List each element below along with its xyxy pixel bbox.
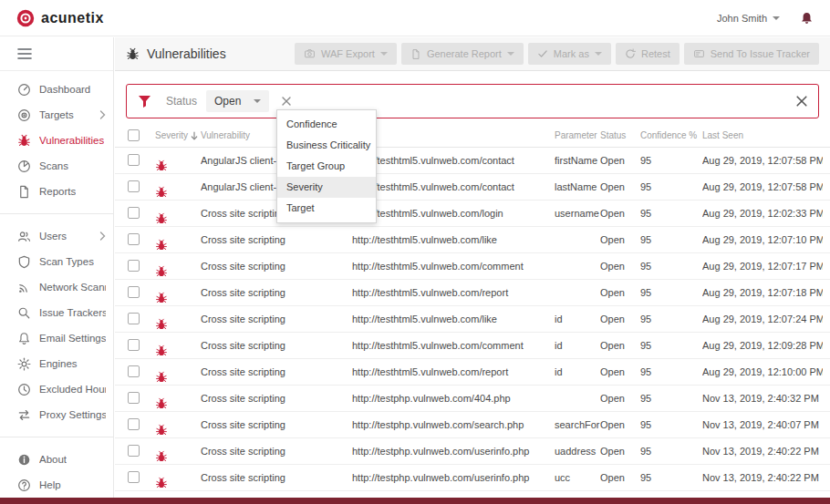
vulnerability-name[interactable]: Cross site scripting [201,472,352,483]
sidebar-item-help[interactable]: Help [0,472,113,498]
dropdown-item-severity[interactable]: Severity [277,177,376,198]
table-row[interactable]: Cross site scripting http://testphp.vuln… [115,438,830,465]
top-bar: acunetix John Smith [0,0,830,36]
column-header-last-seen[interactable]: Last Seen [702,130,823,140]
vulnerability-name[interactable]: Cross site scripting [201,340,352,351]
check-icon [537,48,548,59]
table-row[interactable]: Cross site scripting http://testhtml5.vu… [115,253,830,280]
sidebar-item-users[interactable]: Users [0,223,113,249]
sidebar-item-targets[interactable]: Targets [0,102,113,128]
main-content: Vulnerabilities WAF Export Generate Re [115,37,830,498]
row-checkbox[interactable] [128,418,140,430]
row-checkbox[interactable] [128,445,140,457]
row-checkbox[interactable] [128,286,140,298]
row-checkbox[interactable] [128,207,140,219]
vuln-table-body: AngularJS client-side template injection… [115,148,830,491]
vulnerability-confidence: 95 [640,287,702,298]
table-row[interactable]: Cross site scripting http://testhtml5.vu… [115,280,830,306]
user-menu[interactable]: John Smith [717,13,780,24]
column-header-status[interactable]: Status [600,130,640,140]
generate-report-button[interactable]: Generate Report [401,43,524,65]
table-row[interactable]: Cross site scripting http://testphp.vuln… [115,412,830,438]
sidebar-divider [0,213,113,214]
vulnerability-name[interactable]: Cross site scripting [201,234,352,245]
table-row[interactable]: AngularJS client-side template injection… [115,148,830,174]
vulnerability-name[interactable]: Cross site scripting [201,446,352,457]
vulnerability-last-seen: Aug 29, 2019, 12:07:10 PM [702,234,823,245]
table-row[interactable]: Cross site scripting http://testhtml5.vu… [115,227,830,253]
row-checkbox[interactable] [128,471,140,483]
clear-all-filters-icon[interactable] [796,96,807,107]
waf-export-button[interactable]: WAF Export [295,43,397,65]
send-to-issue-tracker-button[interactable]: Send To Issue Tracker [684,43,819,65]
row-checkbox[interactable] [128,365,140,377]
table-row[interactable]: Cross site scripting http://testhtml5.vu… [115,201,830,227]
vulnerability-last-seen: Nov 13, 2019, 2:40:07 PM [702,419,823,430]
select-all-checkbox[interactable] [128,129,140,141]
table-row[interactable]: Cross site scripting http://testhtml5.vu… [115,306,830,333]
notifications-bell-icon[interactable] [800,11,814,26]
vulnerability-name[interactable]: Cross site scripting [201,393,352,404]
row-checkbox[interactable] [128,260,140,272]
row-checkbox[interactable] [128,339,140,351]
vulnerability-url: http://testhtml5.vulnweb.com/report [352,366,555,377]
sidebar-item-email-settings[interactable]: Email Settings [0,325,113,351]
vulnerability-url: http://testphp.vulnweb.com/404.php [352,393,555,404]
bell-icon [17,332,31,345]
target-icon [17,108,31,122]
sidebar-item-scan-types[interactable]: Scan Types [0,249,113,274]
status-filter-value: Open [214,95,241,108]
remove-filter-icon[interactable] [282,97,291,106]
dropdown-item-target[interactable]: Target [277,198,376,219]
vulnerability-name[interactable]: Cross site scripting [201,419,352,430]
sidebar-item-engines[interactable]: Engines [0,351,113,376]
chevron-down-icon [380,52,388,56]
sidebar-item-network-scanner[interactable]: Network Scanner [0,274,113,300]
table-row[interactable]: Cross site scripting http://testhtml5.vu… [115,359,830,386]
row-checkbox[interactable] [128,180,140,192]
sidebar-item-reports[interactable]: Reports [0,179,113,204]
severity-high-bug-icon [155,292,201,304]
status-filter-select[interactable]: Open [206,90,269,112]
column-header-confidence[interactable]: Confidence % [640,130,702,140]
dropdown-item-target-group[interactable]: Target Group [277,156,376,177]
sidebar-item-dashboard[interactable]: Dashboard [0,77,113,102]
hamburger-menu-icon[interactable] [17,47,32,60]
column-header-severity[interactable]: Severity [155,130,201,140]
dropdown-item-confidence[interactable]: Confidence [277,114,376,135]
vulnerability-name[interactable]: Cross site scripting [201,261,352,272]
vulnerability-url: http://testhtml5.vulnweb.com/contact [352,155,555,166]
column-header-url[interactable]: URL [352,130,555,140]
table-header-row: Severity Vulnerability URL Parameter Sta… [115,124,830,148]
sidebar-item-about[interactable]: About [0,447,113,472]
row-checkbox[interactable] [128,313,140,324]
sidebar-item-vulnerabilities[interactable]: Vulnerabilities [0,128,113,153]
vulnerability-name[interactable]: Cross site scripting [201,287,352,298]
sidebar-item-issue-trackers[interactable]: Issue Trackers [0,300,113,325]
table-row[interactable]: Cross site scripting http://testphp.vuln… [115,465,830,491]
column-header-parameter[interactable]: Parameter [555,130,600,140]
sidebar-divider [0,437,113,437]
row-checkbox[interactable] [128,392,140,404]
row-checkbox[interactable] [128,154,140,166]
sidebar-item-proxy-settings[interactable]: Proxy Settings [0,402,113,427]
sidebar-item-excluded-hours[interactable]: Excluded Hours [0,376,113,402]
vulnerability-status: Open [600,340,640,351]
vulnerability-name[interactable]: Cross site scripting [201,366,352,377]
vulnerability-last-seen: Aug 29, 2019, 12:07:18 PM [702,287,823,298]
refresh-icon [625,48,636,59]
table-row[interactable]: Cross site scripting http://testphp.vuln… [115,386,830,412]
sidebar-item-scans[interactable]: Scans [0,153,113,179]
vulnerability-name[interactable]: Cross site scripting [201,314,352,324]
page-title: Vulnerabilities [126,46,226,61]
mark-as-button[interactable]: Mark as [528,43,611,65]
row-checkbox[interactable] [128,233,140,245]
vulnerability-parameter: searchFor [555,419,600,430]
table-row[interactable]: AngularJS client-side template injection… [115,174,830,201]
dropdown-item-business-criticality[interactable]: Business Criticality [277,135,376,156]
magnifier-icon [17,306,31,320]
table-row[interactable]: Cross site scripting http://testhtml5.vu… [115,333,830,359]
severity-high-bug-icon [155,424,201,437]
chevron-down-icon [773,16,780,20]
retest-button[interactable]: Retest [616,43,680,65]
